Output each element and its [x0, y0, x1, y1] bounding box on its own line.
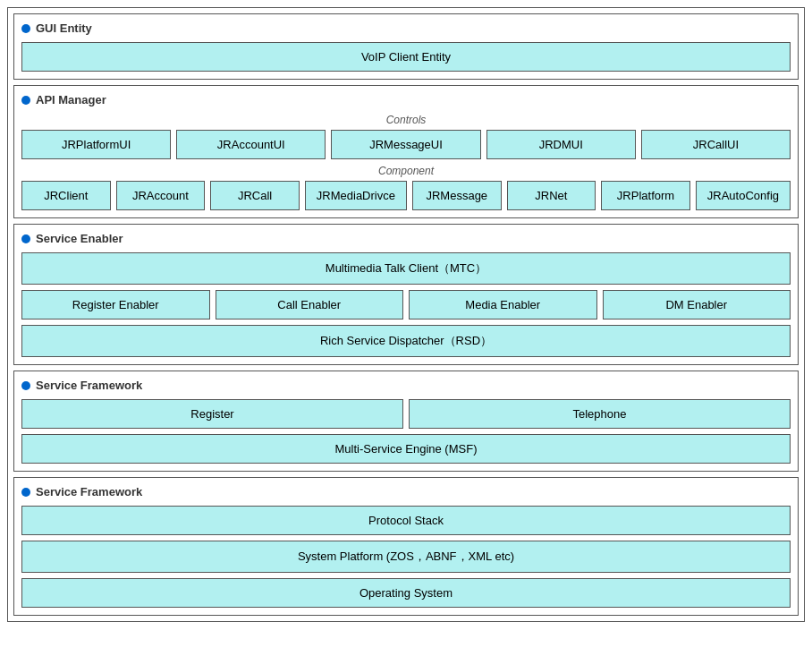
api-component-row: JRClient JRAccount JRCall JRMediaDrivce …	[21, 181, 791, 210]
main-container: GUI Entity VoIP Client Entity API Manage…	[7, 7, 805, 622]
sf-content: Register Telephone Multi-Service Engine …	[21, 399, 791, 464]
service-enabler-title: Service Enabler	[36, 232, 123, 245]
api-component-2: JRCall	[210, 181, 300, 210]
service-enabler-dot	[21, 234, 30, 243]
msf-box: Multi-Service Engine (MSF)	[21, 434, 791, 464]
service-framework-section: Service Framework Register Telephone Mul…	[13, 371, 799, 472]
dm-enabler-box: DM Enabler	[603, 290, 791, 319]
sf-top-row: Register Telephone	[21, 399, 791, 429]
service-framework2-title: Service Framework	[36, 485, 142, 498]
api-manager-title: API Manager	[36, 93, 106, 106]
api-control-2: JRMessageUI	[331, 130, 480, 159]
telephone-box: Telephone	[409, 399, 791, 429]
rsd-box: Rich Service Dispatcher（RSD）	[21, 325, 791, 357]
api-component-6: JRPlatform	[601, 181, 690, 210]
api-component-1: JRAccount	[116, 181, 206, 210]
api-controls-row: JRPlatformUI JRAccountUI JRMessageUI JRD…	[21, 130, 791, 159]
register-box: Register	[21, 399, 403, 429]
api-component-3: JRMediaDrivce	[305, 181, 407, 210]
service-framework2-header: Service Framework	[21, 485, 791, 498]
mtc-box: Multimedia Talk Client（MTC）	[21, 252, 791, 285]
component-label: Component	[21, 165, 791, 177]
service-framework2-dot	[21, 488, 30, 497]
os-box: Operating System	[21, 578, 791, 608]
enablers-row: Register Enabler Call Enabler Media Enab…	[21, 290, 791, 319]
api-manager-dot	[21, 96, 30, 105]
service-framework-title: Service Framework	[36, 379, 142, 392]
media-enabler-box: Media Enabler	[409, 290, 597, 319]
api-control-3: JRDMUI	[486, 130, 636, 159]
protocol-stack-box: Protocol Stack	[21, 506, 791, 535]
api-component-4: JRMessage	[412, 181, 502, 210]
gui-entity-dot	[21, 24, 30, 33]
controls-label: Controls	[21, 114, 791, 126]
api-manager-header: API Manager	[21, 93, 791, 106]
service-framework-header: Service Framework	[21, 379, 791, 392]
api-control-0: JRPlatformUI	[21, 130, 171, 159]
api-component-5: JRNet	[507, 181, 596, 210]
sf2-content: Protocol Stack System Platform (ZOS，ABNF…	[21, 506, 791, 608]
api-component-7: JRAutoConfig	[696, 181, 791, 210]
service-enabler-header: Service Enabler	[21, 232, 791, 245]
api-component-0: JRClient	[21, 181, 111, 210]
api-control-1: JRAccountUI	[176, 130, 326, 159]
gui-entity-header: GUI Entity	[21, 21, 791, 35]
service-framework-dot	[21, 381, 30, 390]
register-enabler-box: Register Enabler	[21, 290, 210, 319]
call-enabler-box: Call Enabler	[216, 290, 404, 319]
api-manager-section: API Manager Controls JRPlatformUI JRAcco…	[13, 85, 799, 218]
se-content: Multimedia Talk Client（MTC） Register Ena…	[21, 252, 791, 357]
service-enabler-section: Service Enabler Multimedia Talk Client（M…	[13, 224, 799, 365]
gui-entity-section: GUI Entity VoIP Client Entity	[13, 13, 799, 80]
system-platform-box: System Platform (ZOS，ABNF，XML etc)	[21, 541, 791, 573]
api-control-4: JRCallUI	[641, 130, 791, 159]
voip-client-box: VoIP Client Entity	[21, 42, 791, 72]
service-framework2-section: Service Framework Protocol Stack System …	[13, 477, 799, 616]
gui-entity-title: GUI Entity	[36, 21, 92, 35]
